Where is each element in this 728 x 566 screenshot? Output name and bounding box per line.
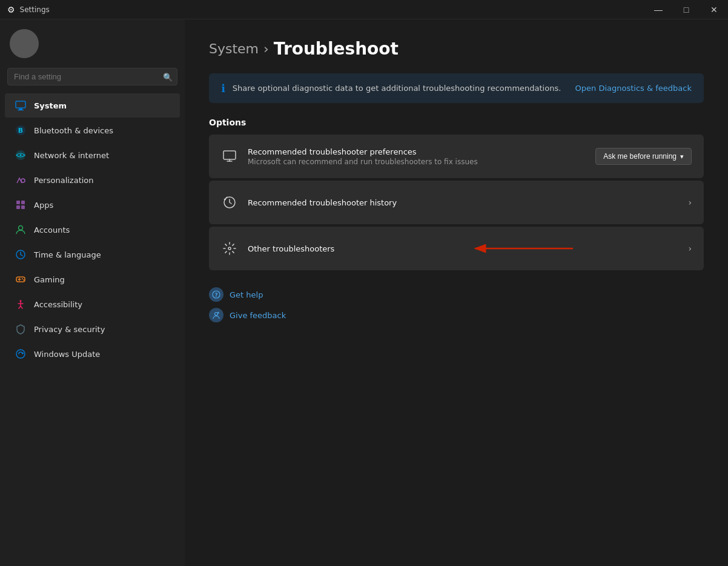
red-arrow-annotation bbox=[463, 236, 584, 261]
give-feedback-item[interactable]: Give feedback bbox=[209, 308, 704, 322]
recommended-history-card[interactable]: Recommended troubleshooter history › bbox=[209, 181, 704, 224]
time-icon bbox=[15, 248, 27, 261]
avatar bbox=[10, 29, 39, 58]
titlebar-title: Settings bbox=[20, 5, 50, 14]
maximize-button[interactable]: □ bbox=[672, 0, 700, 19]
info-icon: ℹ bbox=[221, 82, 225, 95]
sidebar-item-label-gaming: Gaming bbox=[34, 275, 65, 284]
options-section-title: Options bbox=[209, 118, 704, 127]
give-feedback-link[interactable]: Give feedback bbox=[230, 311, 286, 320]
svg-rect-1 bbox=[19, 108, 22, 110]
svg-rect-11 bbox=[21, 205, 25, 209]
sidebar-item-label-accessibility: Accessibility bbox=[34, 300, 82, 309]
accessibility-icon bbox=[15, 298, 27, 310]
minimize-button[interactable]: — bbox=[644, 0, 672, 19]
dropdown-label: Ask me before running bbox=[603, 152, 677, 161]
svg-rect-0 bbox=[16, 101, 25, 108]
sidebar-item-label-bluetooth: Bluetooth & devices bbox=[34, 126, 113, 135]
other-troubleshooters-icon bbox=[221, 240, 238, 257]
recommended-history-right: › bbox=[688, 198, 692, 207]
titlebar-controls: — □ ✕ bbox=[644, 0, 728, 19]
sidebar-item-label-update: Windows Update bbox=[34, 350, 100, 359]
gaming-icon bbox=[15, 273, 27, 285]
get-help-icon: ? bbox=[209, 287, 223, 302]
content-area: System › Troubleshoot ℹ Share optional d… bbox=[185, 19, 728, 566]
titlebar-left: ⚙️ Settings bbox=[7, 5, 50, 15]
svg-rect-25 bbox=[223, 151, 236, 159]
get-help-link[interactable]: Get help bbox=[230, 290, 263, 299]
bluetooth-icon: B bbox=[15, 124, 27, 136]
sidebar-item-time[interactable]: Time & language bbox=[5, 242, 180, 267]
breadcrumb-parent[interactable]: System bbox=[209, 41, 259, 56]
sidebar-item-personalization[interactable]: Personalization bbox=[5, 168, 180, 192]
app-container: 🔍 System B bbox=[0, 19, 728, 566]
sidebar-item-network[interactable]: Network & internet bbox=[5, 143, 180, 167]
personalization-icon bbox=[15, 174, 27, 186]
svg-point-12 bbox=[19, 226, 23, 230]
options-list: Recommended troubleshooter preferences M… bbox=[209, 135, 704, 270]
info-banner-text: Share optional diagnostic data to get ad… bbox=[233, 84, 561, 93]
other-troubleshooters-card[interactable]: Other troubleshooters › bbox=[209, 227, 704, 270]
recommended-history-title: Recommended troubleshooter history bbox=[248, 198, 678, 207]
recommended-prefs-desc: Microsoft can recommend and run troubles… bbox=[248, 158, 586, 166]
sidebar-item-privacy[interactable]: Privacy & security bbox=[5, 317, 180, 341]
sidebar-item-label-time: Time & language bbox=[34, 250, 101, 259]
svg-point-6 bbox=[20, 155, 22, 156]
info-banner: ℹ Share optional diagnostic data to get … bbox=[209, 73, 704, 103]
chevron-right-icon-2: › bbox=[688, 244, 692, 253]
sidebar-item-system[interactable]: System bbox=[5, 93, 180, 118]
svg-point-7 bbox=[21, 179, 25, 182]
chevron-right-icon: › bbox=[688, 198, 692, 207]
sidebar-item-label-accounts: Accounts bbox=[34, 225, 70, 235]
app-icon: ⚙️ bbox=[7, 5, 15, 15]
help-links: ? Get help Give feedback bbox=[209, 287, 704, 322]
diagnostics-link[interactable]: Open Diagnostics & feedback bbox=[575, 84, 692, 93]
sidebar-item-accounts[interactable]: Accounts bbox=[5, 218, 180, 242]
get-help-item[interactable]: ? Get help bbox=[209, 287, 704, 302]
recommended-prefs-card[interactable]: Recommended troubleshooter preferences M… bbox=[209, 135, 704, 178]
recommended-prefs-icon bbox=[221, 148, 238, 165]
sidebar-item-update[interactable]: Windows Update bbox=[5, 342, 180, 366]
recommended-prefs-text: Recommended troubleshooter preferences M… bbox=[248, 147, 586, 166]
sidebar-item-bluetooth[interactable]: B Bluetooth & devices bbox=[5, 118, 180, 142]
search-input[interactable] bbox=[7, 68, 177, 85]
close-button[interactable]: ✕ bbox=[700, 0, 728, 19]
sidebar-item-label-system: System bbox=[34, 101, 67, 110]
recommended-history-text: Recommended troubleshooter history bbox=[248, 198, 678, 207]
info-banner-left: ℹ Share optional diagnostic data to get … bbox=[221, 82, 561, 95]
recommended-history-icon bbox=[221, 194, 238, 211]
give-feedback-icon bbox=[209, 308, 223, 322]
sidebar: 🔍 System B bbox=[0, 19, 185, 566]
sidebar-item-apps[interactable]: Apps bbox=[5, 193, 180, 217]
breadcrumb: System › Troubleshoot bbox=[209, 39, 704, 59]
svg-rect-8 bbox=[16, 201, 20, 204]
other-troubleshooters-right: › bbox=[688, 244, 692, 253]
breadcrumb-current: Troubleshoot bbox=[274, 39, 399, 59]
svg-line-23 bbox=[21, 306, 22, 308]
chevron-down-icon: ▾ bbox=[680, 153, 684, 161]
breadcrumb-separator: › bbox=[263, 41, 269, 56]
svg-rect-2 bbox=[18, 110, 24, 110]
svg-point-29 bbox=[228, 247, 231, 250]
sidebar-item-label-personalization: Personalization bbox=[34, 176, 94, 185]
ask-before-running-dropdown[interactable]: Ask me before running ▾ bbox=[595, 148, 692, 165]
sidebar-item-label-network: Network & internet bbox=[34, 151, 109, 160]
accounts-icon bbox=[15, 224, 27, 236]
svg-rect-10 bbox=[16, 205, 20, 209]
update-icon bbox=[15, 348, 27, 360]
sidebar-nav: System B Bluetooth & devices bbox=[0, 93, 185, 367]
sidebar-item-label-apps: Apps bbox=[34, 201, 53, 210]
system-icon bbox=[15, 99, 27, 112]
titlebar: ⚙️ Settings — □ ✕ bbox=[0, 0, 728, 19]
svg-point-33 bbox=[215, 313, 218, 316]
recommended-prefs-right: Ask me before running ▾ bbox=[595, 148, 692, 165]
svg-point-18 bbox=[23, 279, 24, 281]
sidebar-item-accessibility[interactable]: Accessibility bbox=[5, 292, 180, 316]
apps-icon bbox=[15, 199, 27, 211]
sidebar-item-label-privacy: Privacy & security bbox=[34, 325, 105, 334]
privacy-icon bbox=[15, 323, 27, 335]
sidebar-item-gaming[interactable]: Gaming bbox=[5, 267, 180, 291]
search-container: 🔍 bbox=[0, 68, 185, 93]
network-icon bbox=[15, 149, 27, 161]
recommended-prefs-title: Recommended troubleshooter preferences bbox=[248, 147, 586, 156]
